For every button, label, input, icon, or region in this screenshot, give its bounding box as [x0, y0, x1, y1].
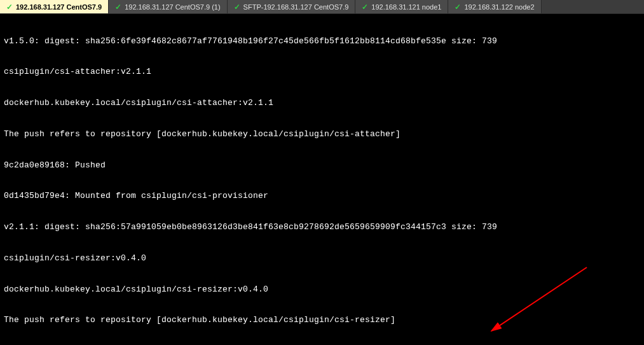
tab-label: 192.168.31.127 CentOS7.9 (1): [125, 3, 220, 11]
output-line: v1.5.0: digest: sha256:6fe39f4682c8677af…: [4, 36, 640, 46]
tab-centos-main[interactable]: ✓ 192.168.31.127 CentOS7.9: [0, 0, 109, 13]
terminal-output[interactable]: v1.5.0: digest: sha256:6fe39f4682c8677af…: [0, 14, 644, 345]
output-line: dockerhub.kubekey.local/csiplugin/csi-at…: [4, 98, 640, 108]
check-icon: ✓: [455, 3, 461, 11]
output-line: csiplugin/csi-resizer:v0.4.0: [4, 253, 640, 264]
output-line: v2.1.1: digest: sha256:57a991059eb0be896…: [4, 222, 640, 232]
output-line: The push refers to repository [dockerhub…: [4, 315, 640, 325]
output-line: 9c2da0e89168: Pushed: [4, 160, 640, 171]
output-line: csiplugin/csi-attacher:v2.1.1: [4, 67, 640, 77]
output-line: The push refers to repository [dockerhub…: [4, 129, 640, 139]
check-icon: ✓: [234, 3, 240, 11]
tab-node1[interactable]: ✓ 192.168.31.121 node1: [355, 0, 448, 13]
tab-label: 192.168.31.121 node1: [371, 3, 441, 11]
tab-bar: ✓ 192.168.31.127 CentOS7.9 ✓ 192.168.31.…: [0, 0, 644, 14]
tab-sftp[interactable]: ✓ SFTP-192.168.31.127 CentOS7.9: [228, 0, 356, 13]
tab-label: SFTP-192.168.31.127 CentOS7.9: [243, 3, 349, 11]
tab-label: 192.168.31.127 CentOS7.9: [16, 3, 102, 11]
tab-node2[interactable]: ✓ 192.168.31.122 node2: [448, 0, 541, 13]
tab-label: 192.168.31.122 node2: [464, 3, 534, 11]
output-line: 0d1435bd79e4: Mounted from csiplugin/csi…: [4, 191, 640, 201]
output-line: dockerhub.kubekey.local/csiplugin/csi-re…: [4, 285, 640, 295]
tab-centos-1[interactable]: ✓ 192.168.31.127 CentOS7.9 (1): [109, 0, 227, 13]
check-icon: ✓: [6, 3, 13, 11]
check-icon: ✓: [115, 3, 121, 11]
check-icon: ✓: [362, 3, 368, 11]
